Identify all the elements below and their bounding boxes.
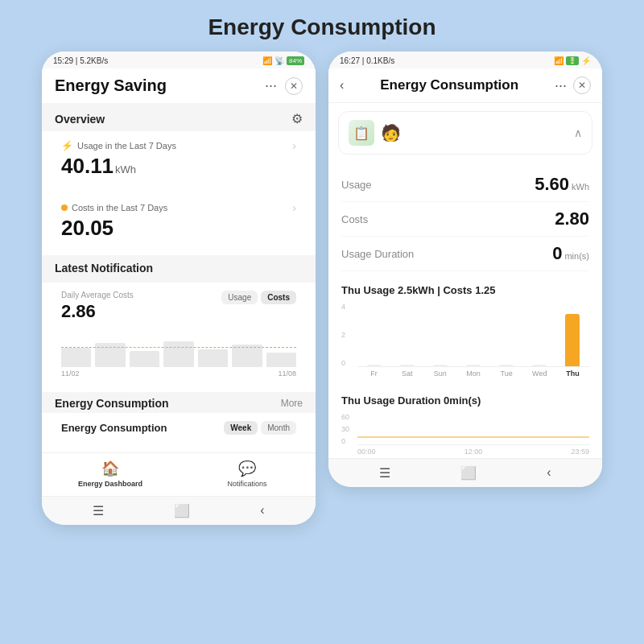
notification-tabs: Usage Costs [221,291,296,304]
more-link[interactable]: More [281,398,303,409]
page-title: Energy Consumption [208,14,436,40]
back-button-sys-2[interactable]: ‹ [547,465,551,481]
dashboard-icon: 🏠 [101,460,119,477]
status-icons-2: 📶 🔋 ⚡ [554,56,591,65]
tab-costs[interactable]: Costs [261,291,296,304]
close-icon-2: ✕ [578,80,586,91]
device-chevron-up[interactable]: ∧ [574,126,582,139]
stat-costs: Costs 2.80 [341,202,589,237]
stat-duration: Usage Duration 0 min(s) [341,237,589,271]
costs-card-chevron[interactable]: › [292,201,296,214]
home-button-1[interactable]: ⬜ [174,503,190,518]
device-card: 📋 🧑 ∧ [338,111,592,155]
bar-chart: 4 2 0 [328,299,602,388]
notification-value: 2.86 [61,301,134,322]
energy-card-title: Energy Consumption [61,422,167,434]
home-button-2[interactable]: ⬜ [460,465,477,481]
bar-chart-title: Thu Usage 2.5kWh | Costs 1.25 [328,278,602,299]
costs-card: Costs in the Last 7 Days › 20.05 [50,193,308,249]
device-image: 📋 [349,120,374,146]
day-label-wed: Wed [523,369,556,378]
bar-tue [490,303,523,366]
stat-duration-value: 0 [552,243,562,264]
day-label-tue: Tue [490,369,523,378]
nav-notifications[interactable]: 💬 Notifications [179,460,316,488]
close-button-2[interactable]: ✕ [573,76,591,94]
costs-card-value: 20.05 [61,216,296,241]
close-button-1[interactable]: ✕ [285,77,303,95]
usage-card-label: ⚡ Usage in the Last 7 Days [61,140,176,151]
day-label-sun: Sun [423,369,456,378]
signal-icon-2: 📶 [554,56,564,65]
notifications-icon: 💬 [238,460,256,477]
phones-container: 15:29 | 5.2KB/s 📶 📡 84% Energy Saving ··… [0,52,644,525]
charge-icon: ⚡ [581,56,591,65]
dots-icon-1[interactable]: ··· [265,77,277,94]
costs-card-label: Costs in the Last 7 Days [61,203,167,213]
overview-label: Overview [55,113,105,126]
bar-thu [556,303,589,366]
stat-usage: Usage 5.60 kWh [341,167,589,202]
menu-button-1[interactable]: ☰ [93,503,104,518]
dots-icon-2[interactable]: ··· [555,77,567,94]
stat-usage-unit: kWh [572,182,589,192]
bar-sun [423,303,456,366]
stat-duration-unit: min(s) [564,251,589,261]
usage-card: ⚡ Usage in the Last 7 Days › 40.11kWh [50,131,308,187]
back-button-2[interactable]: ‹ [340,78,344,93]
energy-section-label: Energy Consumption [55,397,169,410]
bolt-icon: ⚡ [61,140,73,151]
duration-y-labels: 60 30 0 [341,413,349,445]
status-time-2: 16:27 | 0.1KB/s [340,56,394,65]
orange-dot-icon [61,204,68,211]
energy-section-header: Energy Consumption More [42,392,316,413]
device-icon-wrap: 📋 🧑 [349,120,401,146]
status-bar-1: 15:29 | 5.2KB/s 📶 📡 84% [42,52,316,68]
stat-costs-value: 2.80 [555,208,589,229]
back-button-1[interactable]: ‹ [260,503,264,518]
bar-fr [357,303,390,366]
day-label-sat: Sat [390,369,423,378]
bar-chart-y-labels: 4 2 0 [341,303,345,367]
battery-icon-1: 84% [287,56,304,65]
bar-chart-inner [357,303,589,367]
device-icon-person: 🧑 [381,123,401,142]
chart-dates: 11/02 11/08 [61,369,296,378]
bottom-nav-1: 🏠 Energy Dashboard 💬 Notifications [42,452,316,496]
notification-chart: 11/02 11/08 [61,335,296,379]
device-icon: 📋 [353,126,369,141]
tab-month[interactable]: Month [261,421,296,435]
settings-icon[interactable]: ⚙ [291,111,303,126]
bar-wed [523,303,556,366]
notification-label: Latest Notification [55,262,303,275]
duration-chart: 60 30 0 00:00 12:00 23:59 [328,410,602,458]
notification-card: Daily Average Costs 2.86 Usage Costs [50,283,308,386]
tab-week[interactable]: Week [224,421,258,435]
phone1-header-icons: ··· ✕ [265,77,303,95]
overview-section-header: Overview ⚙ [42,103,316,131]
stat-costs-label: Costs [341,213,368,225]
tab-usage[interactable]: Usage [221,291,258,304]
stat-usage-label: Usage [341,179,372,191]
notification-bars [61,335,296,367]
phone1-header: Energy Saving ··· ✕ [42,68,316,103]
stats-grid: Usage 5.60 kWh Costs 2.80 Usage Duration… [328,161,602,278]
phone-2: 16:27 | 0.1KB/s 📶 🔋 ⚡ ‹ Energy Consumpti… [328,52,602,487]
system-nav-2: ☰ ⬜ ‹ [328,458,602,487]
day-label-mon: Mon [456,369,489,378]
energy-card: Energy Consumption Week Month [50,413,308,446]
notification-sublabel: Daily Average Costs [61,291,134,299]
nav-energy-dashboard[interactable]: 🏠 Energy Dashboard [42,460,179,488]
dashed-average-line [61,347,296,348]
duration-chart-title: Thu Usage Duration 0min(s) [328,388,602,410]
close-icon-1: ✕ [290,80,298,92]
bar-mon [456,303,489,366]
duration-x-labels: 00:00 12:00 23:59 [357,448,589,456]
phone2-app-title: Energy Consumption [350,77,548,93]
usage-card-chevron[interactable]: › [292,139,296,152]
battery-icon-2: 🔋 [566,56,579,65]
phone-1: 15:29 | 5.2KB/s 📶 📡 84% Energy Saving ··… [42,52,316,525]
stat-usage-value: 5.60 [535,174,569,195]
signal-icon-1: 📶 [262,56,272,65]
menu-button-2[interactable]: ☰ [379,465,390,481]
